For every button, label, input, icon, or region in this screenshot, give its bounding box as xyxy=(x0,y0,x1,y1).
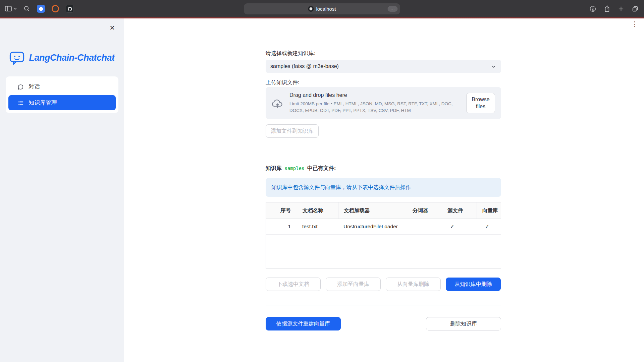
app-logo: LangChain-Chatchat xyxy=(0,50,124,66)
cell-source-file-check: ✓ xyxy=(442,219,477,234)
add-to-vector-store-button[interactable]: 添加至向量库 xyxy=(326,278,381,291)
cell-loader: UnstructuredFileLoader xyxy=(338,219,407,234)
sidebar-toggle-button[interactable] xyxy=(5,5,17,12)
table-row[interactable]: 1 test.txt UnstructuredFileLoader ✓ ✓ xyxy=(266,219,501,235)
github-extension-icon[interactable] xyxy=(66,5,74,13)
sidebar-icon xyxy=(5,5,12,12)
content-column: 请选择或新建知识库: samples (faiss @ m3e-base) 上传… xyxy=(266,18,501,362)
table-header-source-file[interactable]: 源文件 xyxy=(442,202,477,219)
kb-files-heading: 知识库 samples 中已有文件: xyxy=(266,165,501,172)
address-bar[interactable]: localhost ⋯ xyxy=(244,3,400,14)
add-files-to-kb-button[interactable]: 添加文件到知识库 xyxy=(266,124,319,138)
extension-blue-icon[interactable] xyxy=(37,5,45,13)
cell-vector-store-check: ✓ xyxy=(477,219,501,234)
plus-icon xyxy=(618,6,624,12)
delete-from-vector-store-button[interactable]: 从向量库删除 xyxy=(386,278,441,291)
divider xyxy=(266,148,501,148)
extension-orange-icon[interactable] xyxy=(52,5,59,12)
download-selected-button[interactable]: 下载选中文档 xyxy=(266,278,321,291)
kb-select-value: samples (faiss @ m3e-base) xyxy=(270,63,339,69)
new-tab-button[interactable] xyxy=(618,6,624,12)
table-header-splitter[interactable]: 分词器 xyxy=(407,202,442,219)
table-header-index[interactable]: 序号 xyxy=(266,202,297,219)
file-dropzone[interactable]: Drag and drop files here Limit 200MB per… xyxy=(266,87,501,119)
table-header-loader[interactable]: 文档加载器 xyxy=(338,202,407,219)
browse-files-button[interactable]: Browse files xyxy=(466,93,495,114)
divider xyxy=(266,305,501,305)
address-extensions-button[interactable]: ⋯ xyxy=(388,6,398,12)
info-banner: 知识库中包含源文件与向量库，请从下表中选择文件后操作 xyxy=(266,178,501,197)
tab-overview-button[interactable] xyxy=(632,5,639,12)
table-header-vector-store[interactable]: 向量库 xyxy=(477,202,501,219)
cloud-upload-icon xyxy=(272,97,283,109)
delete-kb-button[interactable]: 删除知识库 xyxy=(426,317,501,330)
chevron-down-icon xyxy=(13,8,17,10)
info-banner-text: 知识库中包含源文件与向量库，请从下表中选择文件后操作 xyxy=(271,184,411,191)
toolbar-left-group xyxy=(5,5,74,13)
octocat-icon xyxy=(67,6,72,11)
kb-select-label: 请选择或新建知识库: xyxy=(266,50,501,57)
cell-index: 1 xyxy=(266,219,297,234)
address-url: localhost xyxy=(316,6,336,12)
dropzone-limit-text: Limit 200MB per file • EML, HTML, JSON, … xyxy=(289,101,466,114)
main-content: ⋮ 请选择或新建知识库: samples (faiss @ m3e-base) … xyxy=(124,18,644,362)
chatbot-logo-icon xyxy=(9,50,25,66)
search-button[interactable] xyxy=(23,5,30,12)
kb-bottom-buttons: 依据源文件重建向量库 删除知识库 xyxy=(266,317,501,330)
table-action-buttons: 下载选中文档 添加至向量库 从向量库删除 从知识库中删除 xyxy=(266,278,501,291)
cell-splitter xyxy=(407,219,442,234)
kb-files-heading-prefix: 知识库 xyxy=(266,165,282,171)
table-header-filename[interactable]: 文档名称 xyxy=(297,202,338,219)
site-favicon xyxy=(308,6,314,12)
sidebar: ✕ LangChain-Chatchat 对话 xyxy=(0,18,124,362)
downloads-button[interactable] xyxy=(589,5,596,12)
list-icon xyxy=(17,100,24,106)
rebuild-vector-store-button[interactable]: 依据源文件重建向量库 xyxy=(266,317,341,330)
upload-label: 上传知识文件: xyxy=(266,79,501,86)
sidebar-item-dialogue[interactable]: 对话 xyxy=(8,79,116,94)
cell-filename: test.txt xyxy=(297,219,338,234)
dropzone-texts: Drag and drop files here Limit 200MB per… xyxy=(289,92,466,114)
sidebar-item-label: 对话 xyxy=(29,83,40,90)
extension-blue-glyph xyxy=(38,6,44,11)
streamlit-menu-button[interactable]: ⋮ xyxy=(631,20,639,28)
sidebar-item-kb-management[interactable]: 知识库管理 xyxy=(8,95,116,110)
app-logo-text: LangChain-Chatchat xyxy=(29,53,114,63)
chevron-down-icon xyxy=(491,64,496,69)
share-icon xyxy=(604,5,610,12)
kb-files-heading-suffix: 中已有文件: xyxy=(307,165,336,171)
dropzone-title: Drag and drop files here xyxy=(289,92,466,98)
sidebar-item-label: 知识库管理 xyxy=(29,99,57,107)
chat-bubble-icon xyxy=(17,83,24,90)
share-button[interactable] xyxy=(604,5,610,12)
kb-select[interactable]: samples (faiss @ m3e-base) xyxy=(266,60,501,73)
delete-from-kb-button[interactable]: 从知识库中删除 xyxy=(446,278,501,291)
tabs-icon xyxy=(632,5,639,12)
toolbar-right-group xyxy=(589,5,639,12)
download-icon xyxy=(589,5,596,12)
table-header-row: 序号 文档名称 文档加载器 分词器 源文件 向量库 xyxy=(266,202,501,219)
search-icon xyxy=(23,5,30,12)
sidebar-close-button[interactable]: ✕ xyxy=(109,24,115,31)
kb-files-table: 序号 文档名称 文档加载器 分词器 源文件 向量库 1 test.txt Uns… xyxy=(266,202,501,269)
browser-toolbar: localhost ⋯ xyxy=(0,0,644,17)
kb-name-code: samples xyxy=(283,166,306,171)
sidebar-nav: 对话 知识库管理 xyxy=(6,76,118,113)
screen: localhost ⋯ xyxy=(0,0,644,362)
